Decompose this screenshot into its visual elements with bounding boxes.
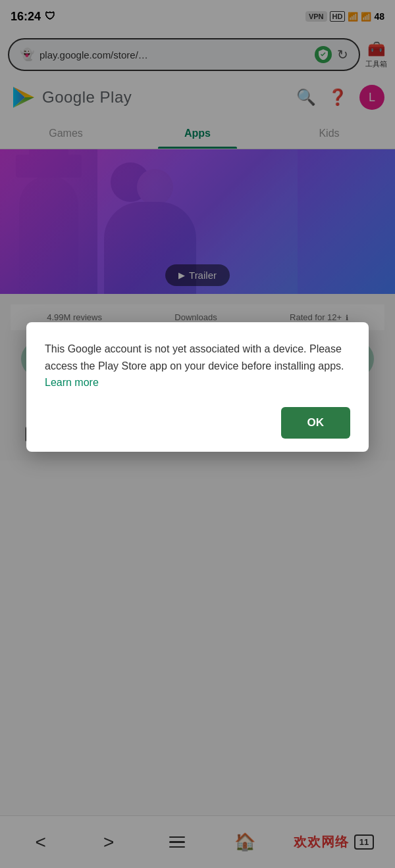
dialog-overlay: This Google account is not yet associate… [0,0,395,868]
learn-more-link[interactable]: Learn more [45,377,99,388]
dialog-actions: OK [45,407,350,439]
alert-dialog: This Google account is not yet associate… [26,322,369,452]
dialog-message: This Google account is not yet associate… [45,341,350,391]
dialog-message-text: This Google account is not yet associate… [45,343,344,372]
ok-button[interactable]: OK [281,407,351,439]
